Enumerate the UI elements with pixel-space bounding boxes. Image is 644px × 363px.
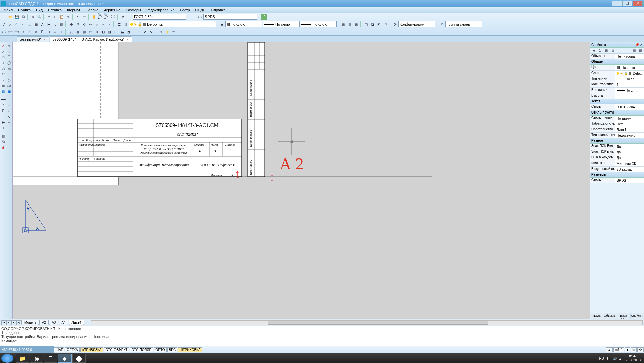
zoomin-icon[interactable]: 🔍+: [97, 14, 103, 20]
pt1-icon[interactable]: ★: [591, 48, 597, 54]
horizontal-scrollbar[interactable]: [91, 320, 643, 325]
layer-icon[interactable]: ≣: [116, 21, 122, 27]
l10-icon[interactable]: ·: [6, 72, 12, 77]
preview-icon[interactable]: 🔍: [36, 14, 42, 20]
dim10-icon[interactable]: +: [58, 29, 64, 35]
sheet-tab-a4[interactable]: А4: [59, 320, 68, 325]
dim6-icon[interactable]: ⌀: [33, 29, 39, 35]
r6-icon[interactable]: ◧: [100, 29, 106, 35]
saveall-icon[interactable]: ⧉: [20, 14, 26, 20]
tray-more-icon[interactable]: ▴: [619, 357, 621, 360]
l4-icon[interactable]: ⌒: [6, 54, 12, 60]
prop-layer[interactable]: Слой☀🔒Defp...: [590, 71, 644, 76]
print-icon[interactable]: 🖨: [30, 14, 36, 20]
l12-icon[interactable]: ◌: [6, 77, 12, 83]
d7-icon[interactable]: →: [1, 114, 6, 119]
spds6-icon[interactable]: ◩: [376, 21, 382, 27]
dim-style-select[interactable]: SPDS: [203, 14, 257, 20]
open-icon[interactable]: 📂: [7, 14, 13, 20]
tray-clock[interactable]: 8:54 17.07.2013: [624, 354, 641, 362]
r4-icon[interactable]: ✂: [87, 29, 93, 35]
r12-icon[interactable]: ⬈: [142, 29, 148, 35]
scale-icon[interactable]: ⤢: [94, 21, 100, 27]
layer-select[interactable]: ☀ 🔒 Defpoints: [129, 21, 216, 27]
close-tab-icon[interactable]: ✕: [43, 38, 46, 41]
layerprop-icon[interactable]: ⚙: [123, 21, 129, 27]
r3-icon[interactable]: ▥: [81, 29, 87, 35]
text-style-icon[interactable]: A: [120, 14, 126, 20]
r10-icon[interactable]: ⬔: [126, 29, 132, 35]
tab-objects[interactable]: Объекты: [603, 313, 617, 319]
d1-icon[interactable]: ⟷: [1, 97, 6, 102]
menu-draw[interactable]: Черчение: [101, 7, 123, 13]
drawing-canvas[interactable]: Изм. Кол.уч Лист N док. Подп. Дата Разра…: [13, 42, 590, 319]
prop-lineweight[interactable]: Вес линийПо сл...: [590, 88, 644, 93]
save-icon[interactable]: 💾: [14, 14, 20, 20]
cut-icon[interactable]: ✂: [46, 14, 52, 20]
menu-view[interactable]: Вид: [33, 7, 45, 13]
d6-icon[interactable]: ⊙: [6, 108, 12, 114]
sw2-icon[interactable]: ⚙: [637, 347, 644, 352]
taskbar-chrome-icon[interactable]: ◉: [30, 354, 43, 363]
prop-ltscale[interactable]: Масштаб типа ...1: [590, 82, 644, 88]
file-tab-1[interactable]: 5766509-1484_II-3-АС1 Каркас Изм1.dwg*✕: [50, 36, 132, 42]
sheet-tab-model[interactable]: Модель: [21, 320, 39, 325]
sheet-tab-a2[interactable]: А2: [39, 320, 49, 325]
r2-icon[interactable]: ▦: [75, 29, 81, 35]
toggle-otrack-polar[interactable]: ОТС-ПОЛЯР: [130, 347, 153, 352]
scale-readout[interactable]: m1:1: [613, 347, 624, 352]
tray-net-icon[interactable]: 🔊: [613, 357, 617, 360]
sw1-icon[interactable]: ⊞: [631, 347, 637, 352]
tab-nav-first[interactable]: |◂: [1, 320, 6, 325]
l14-icon[interactable]: 1:2: [6, 83, 12, 88]
arc-icon[interactable]: ◠: [14, 21, 20, 27]
lineweight-select[interactable]: По слою: [300, 21, 337, 27]
taskbar-explorer-icon[interactable]: 📁: [16, 354, 29, 363]
prop-ucs-each[interactable]: ПСК в каждом ...Да: [590, 155, 644, 161]
command-area[interactable]: CO,COPY,CP,КОПИРОВАТЬ,КП - Копирование 1…: [0, 326, 644, 346]
prop-plottable[interactable]: Таблица стиле...Нет: [590, 121, 644, 127]
spds7-icon[interactable]: ⬚: [382, 21, 388, 27]
extend-icon[interactable]: →|: [106, 21, 112, 27]
groups-select[interactable]: Группы слоев: [445, 21, 482, 27]
tab-db[interactable]: База эл...: [617, 313, 631, 319]
l6-icon[interactable]: ◯: [6, 60, 12, 65]
pt4-icon[interactable]: ⧉: [610, 48, 616, 54]
tab-nav-last[interactable]: ▸|: [16, 320, 21, 325]
toggle-lwt[interactable]: ВЕС: [167, 347, 178, 352]
menu-file[interactable]: Файл: [1, 7, 15, 13]
groups-icon[interactable]: ⧉: [439, 21, 445, 27]
copy2-icon[interactable]: ⧉: [75, 21, 81, 27]
menu-edit[interactable]: Правка: [15, 7, 33, 13]
l7-icon[interactable]: ⬠: [1, 66, 6, 71]
leader-icon[interactable]: ↘: [52, 21, 58, 27]
sheet-tab-list4[interactable]: Лист4: [69, 320, 84, 325]
sheet-tab-a3[interactable]: А3: [49, 320, 58, 325]
close-tab-icon[interactable]: ✕: [126, 38, 129, 41]
draw1-icon[interactable]: ✎: [6, 43, 12, 48]
tab-nav-prev[interactable]: ◂: [6, 320, 11, 325]
group-misc[interactable]: Разное: [590, 138, 644, 144]
properties-header[interactable]: Свойства 📌 ✕: [590, 42, 644, 48]
start-button[interactable]: [1, 354, 13, 363]
taskbar-nanocad-icon[interactable]: ◆: [58, 354, 72, 363]
pan-icon[interactable]: ✋: [91, 14, 97, 20]
l13-icon[interactable]: ⊞: [1, 83, 6, 88]
zoomout-icon[interactable]: 🔍−: [104, 14, 110, 20]
l5-icon[interactable]: ○: [1, 60, 6, 65]
dim-style-icon[interactable]: ↔: [126, 14, 132, 20]
text-icon[interactable]: A: [39, 21, 45, 27]
prop-textstyle[interactable]: СтильГОСТ 2.304: [590, 104, 644, 110]
erase-icon[interactable]: ✕: [1, 43, 6, 48]
linetype-select[interactable]: По слою: [263, 21, 300, 27]
undo-icon[interactable]: ↶: [75, 14, 81, 20]
spds2-icon[interactable]: ⊟: [347, 21, 353, 27]
dim3-icon[interactable]: ⟹: [14, 29, 20, 35]
dim7-icon[interactable]: R: [39, 29, 45, 35]
table-icon[interactable]: ▤: [58, 21, 64, 27]
l16-icon[interactable]: ▣: [6, 89, 12, 94]
tab-tdms[interactable]: TDMS: [590, 313, 603, 319]
prop-plotstyle[interactable]: Стиль печатиПо цвету: [590, 116, 644, 121]
r5-icon[interactable]: ⊕: [94, 29, 100, 35]
pt2-icon[interactable]: 1: [597, 48, 603, 54]
